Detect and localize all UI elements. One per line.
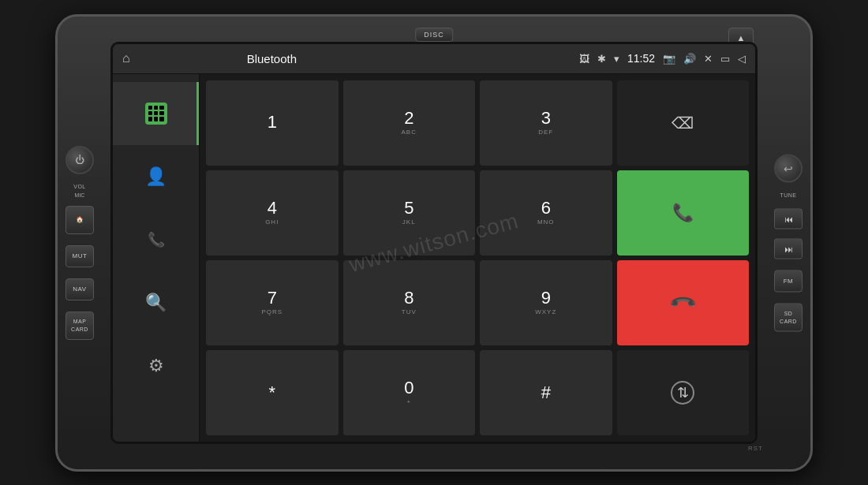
sidebar-item-search[interactable]: 🔍 — [113, 271, 199, 334]
bluetooth-status-icon: ✱ — [597, 53, 606, 65]
dial-star[interactable]: * — [206, 350, 339, 435]
top-bar-left: ⌂ Bluetooth — [122, 51, 434, 65]
window-icon: ▭ — [720, 53, 730, 65]
volume-icon: 🔊 — [683, 53, 696, 65]
sidebar: 👤 📞 🔍 ⚙ — [113, 74, 200, 442]
main-content: 👤 📞 🔍 ⚙ — [113, 74, 755, 442]
sidebar-item-contacts[interactable]: 👤 — [113, 145, 199, 208]
dial-end-call[interactable]: 📞 — [617, 260, 750, 345]
android-back-icon[interactable]: ◁ — [738, 53, 746, 65]
dial-6[interactable]: 6 MNO — [480, 170, 612, 256]
dial-1[interactable]: 1 — [206, 80, 339, 166]
dial-8[interactable]: 8 TUV — [343, 260, 476, 345]
left-controls: ⏻ VOL MIC 🏠 MUT NAV MAPCARD — [65, 146, 94, 340]
nav-button[interactable]: NAV — [65, 278, 94, 300]
top-bar: ⌂ Bluetooth 🖼 ✱ ▾ 11:52 📷 🔊 ✕ ▭ ◁ — [113, 44, 755, 74]
fm-button[interactable]: FM — [774, 270, 803, 292]
dial-7[interactable]: 7 PQRS — [206, 260, 339, 345]
next-track-button[interactable]: ⏭ — [774, 238, 803, 259]
dial-4[interactable]: 4 GHI — [206, 170, 339, 256]
vol-label: VOL — [73, 184, 86, 189]
rst-label: RST — [748, 445, 763, 452]
close-icon: ✕ — [704, 53, 713, 65]
tune-label: TUNE — [780, 192, 796, 197]
image-icon: 🖼 — [579, 53, 589, 65]
screen-frame: ⌂ Bluetooth 🖼 ✱ ▾ 11:52 📷 🔊 ✕ ▭ ◁ — [110, 42, 758, 444]
home-hw-button[interactable]: 🏠 — [65, 206, 94, 234]
search-icon: 🔍 — [145, 293, 166, 313]
dial-3[interactable]: 3 DEF — [480, 80, 612, 166]
mut-button[interactable]: MUT — [65, 245, 94, 267]
call-icon: 📞 — [672, 203, 694, 223]
call-log-icon: 📞 — [148, 231, 165, 248]
dial-hash[interactable]: # — [480, 350, 612, 435]
dial-0[interactable]: 0 + — [343, 350, 476, 435]
contacts-icon: 👤 — [145, 166, 166, 187]
dial-9[interactable]: 9 WXYZ — [480, 260, 612, 345]
clock: 11:52 — [627, 52, 655, 65]
dialpad-area: 1 2 ABC 3 DEF ⌫ — [200, 74, 755, 442]
dialpad-grid: 1 2 ABC 3 DEF ⌫ — [206, 80, 749, 435]
screen: ⌂ Bluetooth 🖼 ✱ ▾ 11:52 📷 🔊 ✕ ▭ ◁ — [113, 44, 755, 442]
dial-2[interactable]: 2 ABC — [343, 80, 476, 166]
right-controls: ↩ TUNE ⏮ ⏭ FM SDCARD — [774, 154, 803, 331]
sidebar-item-calls[interactable]: 📞 — [113, 208, 199, 271]
prev-track-button[interactable]: ⏮ — [774, 208, 803, 229]
mic-label: MIC — [75, 192, 85, 198]
wifi-icon: ▾ — [614, 53, 619, 65]
sidebar-item-apps[interactable] — [113, 82, 199, 145]
disc-label: DISC — [415, 28, 453, 42]
end-call-icon: 📞 — [668, 288, 698, 317]
sidebar-item-bluetooth[interactable]: ⚙ — [113, 334, 199, 397]
car-unit: DISC ▲ ⏻ VOL MIC 🏠 MUT NAV MAPCARD ↩ TUN… — [55, 14, 813, 472]
sd-card-button[interactable]: SDCARD — [774, 303, 803, 331]
screen-title: Bluetooth — [110, 52, 434, 65]
dial-call[interactable]: 📞 — [617, 170, 750, 256]
sort-icon: ⇅ — [671, 381, 694, 405]
apps-grid-icon — [145, 103, 167, 125]
power-button[interactable]: ⏻ — [65, 146, 94, 174]
bluetooth-settings-icon: ⚙ — [148, 356, 164, 376]
camera-icon: 📷 — [663, 53, 675, 65]
dial-5[interactable]: 5 JKL — [343, 170, 476, 256]
status-icons: 🖼 ✱ ▾ 11:52 📷 🔊 ✕ ▭ ◁ — [434, 52, 746, 65]
dial-settings[interactable]: ⇅ — [617, 350, 750, 435]
map-card-button[interactable]: MAPCARD — [65, 312, 94, 340]
dial-backspace[interactable]: ⌫ — [617, 80, 750, 166]
back-button[interactable]: ↩ — [774, 154, 803, 182]
